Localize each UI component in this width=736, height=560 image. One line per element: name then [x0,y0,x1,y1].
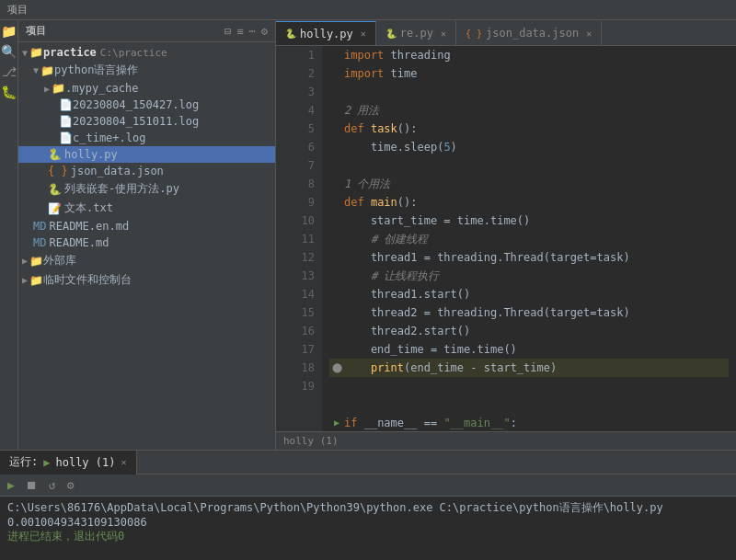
run-btn[interactable]: ▶ [4,476,18,494]
arrow-python-ops: ▼ [33,65,39,75]
arrow-practice: ▼ [22,48,28,58]
comment-8: 1 个用法 [344,175,390,193]
status-main-fn: holly (1) [283,435,339,447]
tab-json[interactable]: { } json_data.json ✕ [456,21,602,45]
run-icon: ▶ [43,456,50,469]
line-num-2: 2 [283,64,315,83]
rerun-btn[interactable]: ↺ [45,476,60,494]
tab-re-close[interactable]: ✕ [441,29,446,39]
tree-item-log2[interactable]: 📄 20230804_151011.log [18,113,275,130]
file-readme-icon: MD [33,236,46,249]
sort-icon[interactable]: ≡ [236,25,243,38]
tree-item-temp[interactable]: ▶ 📁 临时文件和控制台 [18,270,275,290]
search-icon[interactable]: 🔍 [1,44,17,59]
tree-item-readme-en[interactable]: MD README.en.md [18,218,275,234]
line-num-18: 18 [283,359,315,377]
file-tree: ▼ 📁 practice C:\practice ▼ 📁 python语言操作 … [18,42,275,450]
ctime-label: c_time+.log [73,131,145,144]
code-line-19 [329,377,729,395]
holly-label: holly.py [64,148,118,161]
code-line-1: import threading [329,46,729,64]
tab-re[interactable]: 🐍 re.py ✕ [376,21,456,45]
line-num-9: 9 [283,193,315,211]
folder-icon[interactable]: 📁 [1,24,17,39]
tree-item-practice[interactable]: ▼ 📁 practice C:\practice [18,44,275,61]
file-ctime-icon: 📄 [59,131,73,144]
file-txt-icon: 📝 [48,202,62,215]
code-line-5: def task(): [329,120,729,138]
tree-item-readme[interactable]: MD README.md [18,234,275,251]
tree-item-mypy-cache[interactable]: ▶ 📁 .mypy_cache [18,80,275,97]
tree-item-external[interactable]: ▶ 📁 外部库 [18,251,275,270]
gutter-21: ▶ [329,414,344,431]
folder-external-icon: 📁 [29,255,43,268]
code-editor[interactable]: 1 2 3 4 5 6 7 8 9 10 11 12 13 14 15 16 1… [276,46,736,431]
editor-tabs: 🐍 holly.py ✕ 🐍 re.py ✕ { } json_data.jso… [276,20,736,46]
code-line-17: end_time = time.time() [329,340,729,359]
file-log2-icon: 📄 [59,115,73,128]
tree-item-ctime[interactable]: 📄 c_time+.log [18,130,275,146]
git-icon[interactable]: ⎇ [2,64,17,79]
main-area: 📁 🔍 ⎇ 🐛 项目 ⊟ ≡ ⋯ ⚙ ▼ 📁 practice C:\pract… [0,20,736,450]
code-line-13: # 让线程执行 [329,267,729,285]
tree-item-python-ops[interactable]: ▼ 📁 python语言操作 [18,61,275,80]
code-17: end_time = time.time() [344,340,517,359]
file-json-icon: { } [48,165,68,177]
tab-json-icon: { } [466,29,482,39]
tab-holly-label: holly.py [300,28,353,40]
line-num-3: 3 [283,83,315,101]
run-output-status: 进程已结束，退出代码0 [7,529,729,544]
readme-en-label: README.en.md [49,220,129,233]
settings-btn[interactable]: ⚙ [63,476,78,494]
kw-if: if [344,414,357,431]
code-6a: time.sleep( [344,138,443,156]
arrow-external: ▶ [22,256,28,266]
code-6b: ) [451,138,457,156]
line-num-7: 7 [283,156,315,175]
file-tree-header-icons: ⊟ ≡ ⋯ ⚙ [224,25,268,38]
fn-main: main [371,193,397,211]
bottom-panel: 运行: ▶ holly (1) ✕ ▶ ⏹ ↺ ⚙ C:\Users\86176… [0,450,736,560]
line-num-11: 11 [283,230,315,248]
tree-item-txt[interactable]: 📝 文本.txt [18,199,275,218]
tree-item-holly[interactable]: 🐍 holly.py [18,146,275,163]
code-line-18: ⬤ print(end_time - start_time) [329,359,729,377]
comment-4: 2 用法 [344,101,379,120]
code-line-12: thread1 = threading.Thread(target=task) [329,248,729,267]
practice-path: C:\practice [100,47,167,59]
code-content[interactable]: import threading import time 2 用法 [322,46,736,431]
tab-re-label: re.py [400,27,433,40]
stop-btn[interactable]: ⏹ [22,476,41,494]
readme-label: README.md [49,236,109,249]
settings-icon[interactable]: ⚙ [261,25,268,38]
code-21b: : [511,414,517,431]
temp-label: 临时文件和控制台 [43,272,132,288]
file-log1-icon: 📄 [59,98,73,111]
sidebar-icons: 📁 🔍 ⎇ 🐛 [0,20,18,450]
file-tree-panel: 项目 ⊟ ≡ ⋯ ⚙ ▼ 📁 practice C:\practice ▼ 📁 … [18,20,276,450]
num-5: 5 [443,138,450,156]
code-2-text: time [384,64,417,83]
debug-icon[interactable]: 🐛 [1,85,17,99]
txt-label: 文本.txt [64,200,113,216]
external-label: 外部库 [43,253,76,269]
line-num-15: 15 [283,303,315,322]
file-holly-icon: 🐍 [48,148,62,161]
code-line-11: # 创建线程 [329,230,729,248]
tree-item-json[interactable]: { } json_data.json [18,163,275,179]
run-file-label: holly (1) [55,456,115,469]
dots-icon[interactable]: ⋯ [249,25,256,38]
bottom-tab-run[interactable]: 运行: ▶ holly (1) ✕ [0,451,137,474]
run-output-result: 0.0010049343109130086 [7,516,729,529]
gutter-18: ⬤ [329,359,344,377]
tab-json-close[interactable]: ✕ [586,29,592,39]
collapse-icon[interactable]: ⊟ [224,25,231,38]
run-tab-close[interactable]: ✕ [121,457,127,467]
run-tab-label: 运行: [9,454,38,470]
tab-holly[interactable]: 🐍 holly.py ✕ [276,21,376,45]
tab-re-icon: 🐍 [385,29,397,39]
tree-item-list-embed[interactable]: 🐍 列表嵌套-使用方法.py [18,179,275,199]
bottom-content: C:\Users\86176\AppData\Local\Programs\Py… [0,497,736,560]
tree-item-log1[interactable]: 📄 20230804_150427.log [18,97,275,113]
tab-holly-close[interactable]: ✕ [361,29,366,39]
